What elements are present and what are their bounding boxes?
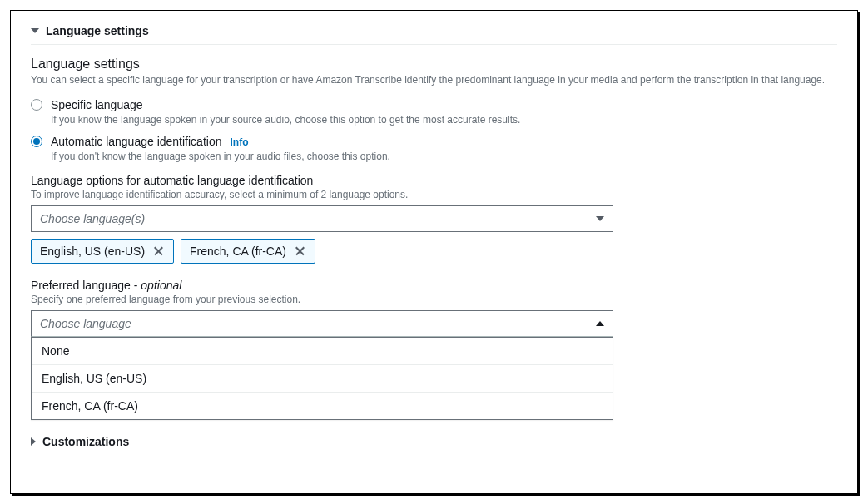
radio-specific-sub: If you know the language spoken in your … xyxy=(51,114,520,126)
close-icon[interactable] xyxy=(295,245,306,257)
language-settings-header[interactable]: Language settings xyxy=(31,24,837,45)
language-mode-radio-group: Specific language If you know the langua… xyxy=(31,97,837,162)
close-icon[interactable] xyxy=(153,245,165,257)
radio-auto-sub: If you don't know the language spoken in… xyxy=(51,151,390,162)
chevron-right-icon xyxy=(31,437,36,446)
preferred-language-desc: Specify one preferred language from your… xyxy=(31,294,837,305)
preferred-option-fr-ca[interactable]: French, CA (fr-CA) xyxy=(32,393,613,419)
lang-token-label: French, CA (fr-CA) xyxy=(190,245,286,258)
chevron-down-icon xyxy=(596,216,604,221)
info-link[interactable]: Info xyxy=(230,136,248,148)
settings-panel: Language settings Language settings You … xyxy=(10,10,858,494)
radio-automatic-language[interactable]: Automatic language identification Info I… xyxy=(31,134,837,162)
language-settings-block-title: Language settings xyxy=(31,57,837,72)
lang-options-select[interactable]: Choose language(s) xyxy=(31,205,613,232)
preferred-language-label: Preferred language - optional xyxy=(31,279,837,292)
lang-token-label: English, US (en-US) xyxy=(40,245,145,258)
radio-icon[interactable] xyxy=(31,99,42,111)
customizations-header[interactable]: Customizations xyxy=(31,435,837,455)
lang-options-placeholder: Choose language(s) xyxy=(40,212,145,225)
lang-token-fr-ca: French, CA (fr-CA) xyxy=(181,239,315,264)
lang-options-label: Language options for automatic language … xyxy=(31,174,837,187)
radio-specific-language[interactable]: Specific language If you know the langua… xyxy=(31,97,837,126)
preferred-option-none[interactable]: None xyxy=(32,338,613,365)
lang-options-tokens: English, US (en-US) French, CA (fr-CA) xyxy=(31,239,837,264)
preferred-language-placeholder: Choose language xyxy=(40,317,131,330)
customizations-title: Customizations xyxy=(42,435,129,448)
preferred-option-en-us[interactable]: English, US (en-US) xyxy=(32,365,613,393)
lang-options-desc: To improve language identification accur… xyxy=(31,189,837,200)
chevron-up-icon xyxy=(596,321,604,326)
language-settings-description: You can select a specific language for y… xyxy=(31,73,837,87)
radio-icon[interactable] xyxy=(31,136,42,147)
lang-token-en-us: English, US (en-US) xyxy=(31,239,174,264)
language-settings-title: Language settings xyxy=(46,24,149,37)
preferred-language-dropdown: None English, US (en-US) French, CA (fr-… xyxy=(31,337,613,420)
chevron-down-icon xyxy=(31,28,39,33)
radio-specific-label: Specific language xyxy=(51,97,520,112)
preferred-language-select[interactable]: Choose language xyxy=(31,310,613,337)
radio-auto-label: Automatic language identification xyxy=(51,134,221,149)
